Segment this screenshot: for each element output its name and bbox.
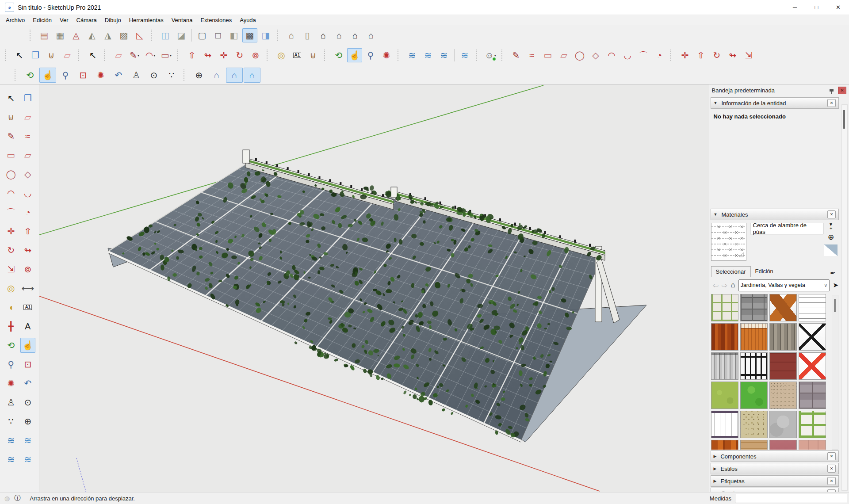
- style-shaded-with-textures-button[interactable]: ▩: [242, 28, 257, 42]
- dropdown-arrow-icon[interactable]: ▾: [170, 53, 172, 57]
- scale-button[interactable]: ⇲: [741, 48, 756, 62]
- tab-edicion[interactable]: Edición: [751, 267, 778, 277]
- lt-offset-button[interactable]: ⊚: [20, 262, 35, 277]
- push-pull-button[interactable]: ⇧: [184, 48, 199, 62]
- new-shed-button[interactable]: ⌂: [363, 28, 379, 42]
- materials-scrollbar[interactable]: [832, 295, 838, 450]
- lt-three-point-arc-button[interactable]: ⌒: [4, 205, 19, 220]
- lt-polygon-button[interactable]: ◇: [20, 167, 35, 182]
- tray-scrollbar[interactable]: [841, 104, 848, 491]
- pie-button[interactable]: ◔: [652, 48, 667, 62]
- swatch-concrete[interactable]: [769, 411, 797, 438]
- zoom-button[interactable]: ⚲: [363, 48, 378, 62]
- camera-zoom-extents-button[interactable]: ✺: [92, 68, 109, 83]
- forward-arrow-icon[interactable]: ⇨: [722, 281, 727, 290]
- lt-rotate-button[interactable]: ↻: [4, 243, 19, 258]
- lt-follow-me-button[interactable]: ↬: [20, 243, 35, 258]
- panel-close-button[interactable]: ✕: [827, 452, 836, 460]
- home-icon[interactable]: ⌂: [730, 281, 735, 290]
- maximize-button[interactable]: □: [806, 0, 827, 15]
- sample-paint-icon[interactable]: ✒: [830, 268, 839, 277]
- menu-camara[interactable]: Cámara: [73, 15, 101, 25]
- swatch-mauve-brick[interactable]: [769, 440, 797, 450]
- swatch-redwood-fence[interactable]: [711, 323, 738, 351]
- swatch-iron-fence[interactable]: [740, 352, 768, 380]
- swatch-stone-blocks[interactable]: [740, 294, 768, 321]
- select-button[interactable]: ↖: [12, 48, 27, 62]
- display-section-planes-button[interactable]: ≋: [421, 48, 436, 62]
- swatch-stone-pavers[interactable]: [799, 382, 826, 409]
- tab-seleccionar[interactable]: Seleccionar: [711, 266, 751, 277]
- lt-zoom-button[interactable]: ⚲: [4, 357, 19, 372]
- shape-menu-button[interactable]: ▭▾: [159, 48, 174, 62]
- swatch-tan-brick[interactable]: [740, 440, 768, 450]
- panel-close-button[interactable]: ✕: [827, 99, 836, 107]
- scrollbar-thumb[interactable]: [834, 299, 836, 312]
- position-camera-button[interactable]: ♙: [128, 68, 145, 83]
- details-arrow-icon[interactable]: ➤: [833, 281, 838, 289]
- camera-pan-button[interactable]: ☝: [39, 68, 56, 83]
- swatch-pebble-floor[interactable]: [740, 411, 768, 438]
- lt-arc-button[interactable]: ◠: [4, 186, 19, 201]
- rotated-rectangle-button[interactable]: ▱: [556, 48, 571, 62]
- lt-move-button[interactable]: ✛: [4, 224, 19, 239]
- lt-rotated-rectangle-button[interactable]: ▱: [20, 148, 35, 163]
- dropdown-arrow-icon[interactable]: ▾: [153, 53, 155, 57]
- rotate-alt-button[interactable]: ↻: [709, 48, 724, 62]
- eraser-alt-button[interactable]: ▱: [111, 48, 126, 62]
- style-monochrome-button[interactable]: ◨: [258, 28, 273, 42]
- menu-ventana[interactable]: Ventana: [168, 15, 197, 25]
- look-around-button[interactable]: ⊙: [145, 68, 162, 83]
- camera-zoom-button[interactable]: ⚲: [57, 68, 74, 83]
- scrollbar-thumb[interactable]: [843, 110, 845, 129]
- swatch-blocks-grass[interactable]: [799, 411, 826, 438]
- lt-push-pull-button[interactable]: ⇧: [20, 224, 35, 239]
- lt-walk-button[interactable]: ∵: [4, 414, 19, 429]
- lt-freehand-button[interactable]: ≈: [20, 129, 35, 144]
- user-account-button[interactable]: ☺▾: [483, 48, 498, 62]
- menu-extensiones[interactable]: Extensiones: [196, 15, 236, 25]
- measurements-input[interactable]: [735, 494, 847, 503]
- perspective-section-view-button[interactable]: ⌂: [208, 68, 225, 83]
- lt-protractor-button[interactable]: ◖: [4, 300, 19, 315]
- follow-me-button[interactable]: ↬: [200, 48, 215, 62]
- freehand-button[interactable]: ≈: [524, 48, 539, 62]
- lt-text-button[interactable]: A1: [20, 300, 35, 315]
- swatch-crossed-wood[interactable]: [769, 294, 797, 321]
- swatch-chain-link[interactable]: [799, 323, 826, 351]
- eraser-button[interactable]: ▱: [60, 48, 75, 62]
- panel-header-estilos[interactable]: ▶ Estilos ✕: [711, 463, 839, 474]
- sandbox-from-contours-button[interactable]: ▤: [37, 28, 52, 42]
- back-arrow-icon[interactable]: ⇦: [713, 281, 719, 290]
- lt-position-camera-button[interactable]: ♙: [4, 395, 19, 410]
- panel-header-componentes[interactable]: ▶ Componentes ✕: [711, 451, 839, 462]
- stamp-button[interactable]: ◭: [84, 28, 99, 42]
- home-view-button[interactable]: ⌂: [348, 28, 363, 42]
- swatch-weathered-planks[interactable]: [769, 323, 797, 351]
- follow-me-alt-button[interactable]: ↬: [725, 48, 740, 62]
- secondary-pane-icon[interactable]: ▼＋: [829, 223, 833, 230]
- zoom-previous-button[interactable]: ↶: [110, 68, 127, 83]
- move-alt-button[interactable]: ✛: [677, 48, 692, 62]
- swatch-pink-pavers[interactable]: [799, 440, 826, 450]
- paint-bucket-button[interactable]: ⊍: [44, 48, 59, 62]
- pin-icon[interactable]: [830, 89, 834, 92]
- lt-tape-measure-button[interactable]: ◎: [4, 281, 19, 296]
- style-shaded-button[interactable]: ◧: [226, 28, 241, 42]
- flip-edge-button[interactable]: ◺: [132, 28, 147, 42]
- rotate-button[interactable]: ↻: [232, 48, 247, 62]
- swatch-grass-light[interactable]: [711, 382, 738, 409]
- tray-close-button[interactable]: ✕: [838, 87, 846, 94]
- offset-button[interactable]: ⊚: [248, 48, 263, 62]
- menu-dibujo[interactable]: Dibujo: [101, 15, 125, 25]
- expand-arrow-icon[interactable]: ▶: [714, 466, 717, 471]
- lt-section-plane-button[interactable]: ≋: [4, 433, 19, 448]
- swatch-orange-wood[interactable]: [711, 440, 738, 450]
- zoom-extents-button[interactable]: ✺: [379, 48, 394, 62]
- geolocation-icon[interactable]: ◍: [4, 495, 10, 502]
- swatch-picket-gate[interactable]: [711, 352, 738, 380]
- panel-header-materials[interactable]: ▼ Materiales ✕: [711, 209, 839, 220]
- swatch-red-brick[interactable]: [769, 352, 797, 380]
- circle-button[interactable]: ◯: [572, 48, 587, 62]
- camera-orbit-button[interactable]: ⟲: [22, 68, 38, 83]
